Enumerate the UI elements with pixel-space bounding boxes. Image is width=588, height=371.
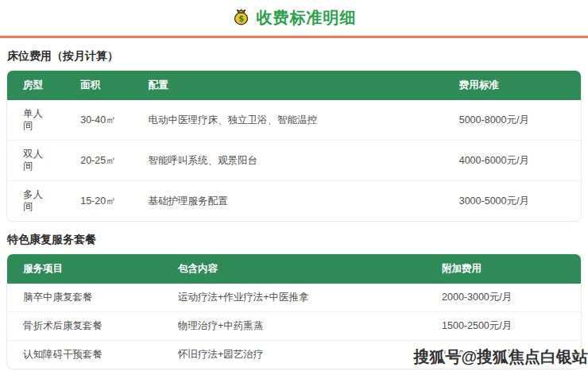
- table-header-row: 服务项目 包含内容 附加费用: [7, 254, 581, 284]
- section-title-bed-fees: 床位费用（按月计算）: [7, 49, 582, 63]
- table-cell: 2000-3000元/月: [426, 284, 581, 311]
- table-cell: 认知障碍干预套餐: [7, 340, 162, 369]
- table-cell: 4000-6000元/月: [443, 140, 581, 180]
- column-header: 配置: [132, 71, 443, 100]
- column-header: 房型: [7, 71, 64, 100]
- table-cell: 基础护理服务配置: [132, 180, 443, 221]
- title-divider: [0, 36, 588, 38]
- table-cell: 物理治疗+中药熏蒸: [162, 311, 426, 340]
- table-cell: 脑卒中康复套餐: [7, 284, 162, 311]
- table-cell: 怀旧疗法+园艺治疗: [162, 340, 426, 369]
- table-cell: 1500-2500元/月: [426, 311, 581, 340]
- content: 床位费用（按月计算） 房型 面积 配置 费用标准 单人间 30-40㎡ 电动中医…: [0, 49, 588, 369]
- table-cell: 双人间: [7, 140, 64, 180]
- table-header-row: 房型 面积 配置 费用标准: [7, 71, 581, 100]
- section-title-rehab-packages: 特色康复服务套餐: [7, 233, 582, 246]
- column-header: 包含内容: [162, 254, 426, 284]
- table-cell: 单人间: [7, 100, 64, 140]
- watermark-sohu: 搜狐号@搜狐焦点白银站: [413, 346, 588, 368]
- table-cell: 30-40㎡: [64, 100, 132, 140]
- table-cell: 运动疗法+作业疗法+中医推拿: [162, 284, 426, 311]
- table-row: 脑卒中康复套餐 运动疗法+作业疗法+中医推拿 2000-3000元/月: [7, 284, 581, 311]
- table-row: 多人间 15-20㎡ 基础护理服务配置 3000-5000元/月: [7, 180, 581, 221]
- table-cell: 3000-5000元/月: [443, 180, 581, 221]
- table-cell: 多人间: [7, 180, 64, 221]
- bed-fee-table: 房型 面积 配置 费用标准 单人间 30-40㎡ 电动中医理疗床、独立卫浴、智能…: [6, 70, 582, 222]
- table-row: 双人间 20-25㎡ 智能呼叫系统、观景阳台 4000-6000元/月: [7, 140, 581, 180]
- svg-text:$: $: [238, 14, 244, 23]
- table-cell: 20-25㎡: [64, 140, 132, 180]
- table-cell: 电动中医理疗床、独立卫浴、智能温控: [132, 100, 443, 140]
- column-header: 附加费用: [426, 254, 581, 284]
- table-row: 单人间 30-40㎡ 电动中医理疗床、独立卫浴、智能温控 5000-8000元/…: [7, 100, 581, 140]
- table-cell: 15-20㎡: [64, 180, 132, 221]
- page-header: $ 收费标准明细: [0, 0, 588, 36]
- table-row: 骨折术后康复套餐 物理治疗+中药熏蒸 1500-2500元/月: [7, 311, 581, 340]
- table-cell: 智能呼叫系统、观景阳台: [132, 140, 443, 180]
- table-cell: 骨折术后康复套餐: [7, 311, 162, 340]
- column-header: 面积: [64, 71, 132, 100]
- page-title: 收费标准明细: [257, 7, 357, 29]
- column-header: 服务项目: [7, 254, 162, 284]
- column-header: 费用标准: [443, 71, 581, 100]
- table-cell: 5000-8000元/月: [443, 100, 581, 140]
- money-bag-icon: $: [232, 9, 250, 27]
